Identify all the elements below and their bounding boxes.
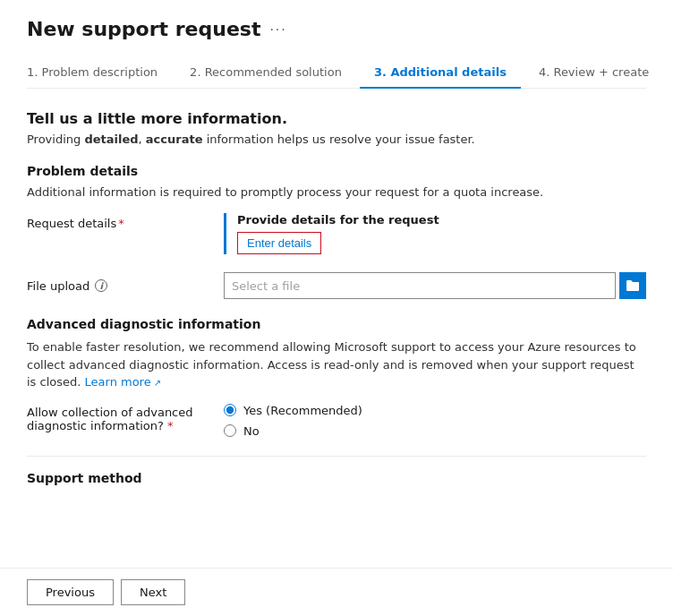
support-method-heading: Support method	[27, 471, 646, 489]
request-details-label: Request details*	[27, 213, 224, 230]
file-upload-info-icon[interactable]: i	[95, 279, 107, 292]
radio-yes-input[interactable]	[224, 404, 236, 416]
learn-more-link[interactable]: Learn more	[85, 375, 162, 389]
radio-no-label: No	[243, 424, 260, 438]
required-indicator: *	[118, 217, 124, 230]
request-details-row: Request details* Provide details for the…	[27, 213, 646, 254]
allow-required-indicator: *	[167, 419, 174, 432]
advanced-diagnostic-section: Advanced diagnostic information To enabl…	[27, 317, 646, 438]
advanced-diagnostic-heading: Advanced diagnostic information	[27, 317, 646, 331]
section-divider	[27, 456, 646, 457]
problem-details-heading: Problem details	[27, 164, 646, 178]
radio-yes-label: Yes (Recommended)	[243, 404, 362, 417]
provide-details-box: Provide details for the request Enter de…	[224, 213, 646, 254]
radio-yes-option[interactable]: Yes (Recommended)	[224, 404, 362, 417]
allow-diagnostic-label: Allow collection of advanced diagnostic …	[27, 404, 224, 432]
file-input-area: Select a file	[224, 272, 646, 299]
file-input-placeholder: Select a file	[224, 272, 616, 299]
problem-details-description: Additional information is required to pr…	[27, 185, 646, 199]
file-upload-row: File upload i Select a file	[27, 272, 646, 299]
allow-diagnostic-row: Allow collection of advanced diagnostic …	[27, 404, 646, 438]
file-upload-label: File upload	[27, 279, 89, 293]
section-intro: Tell us a little more information. Provi…	[27, 110, 646, 146]
problem-details-section: Problem details Additional information i…	[27, 164, 646, 299]
bottom-navigation: Previous Next	[0, 568, 673, 616]
request-details-control: Provide details for the request Enter de…	[224, 213, 646, 254]
wizard-step-2[interactable]: 2. Recommended solution	[175, 58, 356, 88]
page-title: New support request	[27, 18, 260, 40]
wizard-step-3[interactable]: 3. Additional details	[360, 58, 521, 88]
support-method-section: Support method	[27, 471, 646, 489]
intro-heading: Tell us a little more information.	[27, 110, 646, 127]
enter-details-button[interactable]: Enter details	[237, 232, 321, 254]
advanced-diagnostic-description: To enable faster resolution, we recommen…	[27, 338, 646, 391]
intro-description: Providing detailed, accurate information…	[27, 133, 646, 146]
file-browse-button[interactable]	[619, 272, 646, 299]
diagnostic-radio-options: Yes (Recommended) No	[224, 404, 362, 438]
intro-bold1: detailed	[84, 133, 138, 146]
wizard-step-4[interactable]: 4. Review + create	[524, 58, 663, 88]
intro-bold2: accurate	[146, 133, 203, 146]
radio-no-option[interactable]: No	[224, 424, 362, 438]
wizard-step-1[interactable]: 1. Problem description	[27, 58, 172, 88]
bottom-spacer	[27, 510, 646, 564]
next-button[interactable]: Next	[121, 579, 185, 605]
folder-icon	[626, 278, 640, 293]
provide-details-title: Provide details for the request	[237, 213, 646, 227]
ellipsis-menu-button[interactable]: ···	[269, 21, 286, 38]
file-upload-label-area: File upload i	[27, 279, 224, 293]
previous-button[interactable]: Previous	[27, 579, 114, 605]
radio-no-input[interactable]	[224, 424, 236, 437]
wizard-steps: 1. Problem description 2. Recommended so…	[27, 58, 646, 89]
